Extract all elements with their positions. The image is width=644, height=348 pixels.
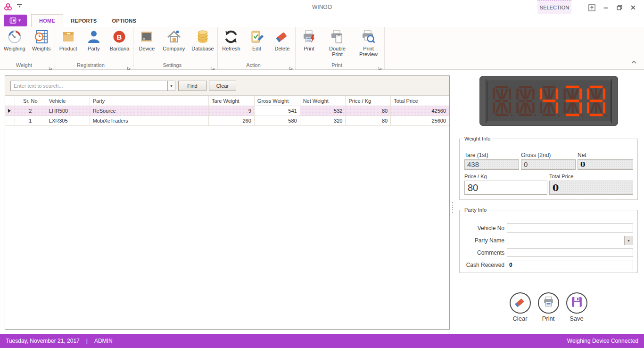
cell-party[interactable]: MobiXeTraders xyxy=(90,116,209,126)
net-label: Net xyxy=(578,152,586,158)
row-indicator-cell xyxy=(5,106,15,116)
ribbon-button-weights[interactable]: Weights xyxy=(31,28,52,52)
column-header-net-weight[interactable]: Net Weight xyxy=(300,96,346,106)
cell-sr_no[interactable]: 2 xyxy=(15,106,46,116)
led-digit xyxy=(491,84,513,118)
comments-input[interactable] xyxy=(507,248,633,257)
cell-vehicle[interactable]: LXR305 xyxy=(46,116,90,126)
find-button[interactable]: Find xyxy=(178,81,206,91)
cell-gross[interactable]: 580 xyxy=(255,116,300,126)
ribbon-button-bardana[interactable]: BBardana xyxy=(109,28,131,52)
ribbon-button-device[interactable]: Device xyxy=(136,28,157,52)
ribbon-button-weighing[interactable]: Weighing xyxy=(3,28,26,52)
cash-received-field[interactable]: 0 xyxy=(507,260,633,270)
form-action-buttons: ClearPrintSave xyxy=(507,292,590,322)
column-header-total-price[interactable]: Total Price xyxy=(391,96,449,106)
party-info-title: Party Info xyxy=(462,207,488,213)
ribbon-group-label: Registration xyxy=(55,62,127,68)
print-button[interactable]: Print xyxy=(535,292,561,322)
search-strip: ▼ Find Clear xyxy=(5,76,449,96)
dialog-launcher-icon[interactable] xyxy=(289,64,294,68)
column-header-party[interactable]: Party xyxy=(90,96,209,106)
dialog-launcher-icon[interactable] xyxy=(49,64,53,68)
ribbon-group-registration: ProductPartyBBardanaRegistration xyxy=(55,27,134,69)
cash-received-label: Cash Received xyxy=(460,262,504,268)
net-field: 0 xyxy=(578,159,633,170)
gross-label: Gross (2nd) xyxy=(521,152,551,158)
vehicle-no-input[interactable] xyxy=(507,224,633,232)
cell-tare[interactable]: 9 xyxy=(209,106,255,116)
gross-field: 0 xyxy=(521,159,576,170)
party-name-dropdown-icon[interactable]: ▼ xyxy=(624,236,633,245)
save-button[interactable]: Save xyxy=(563,292,590,322)
close-icon[interactable] xyxy=(629,3,637,12)
chevron-down-icon: ▼ xyxy=(18,18,22,23)
dialog-launcher-icon[interactable] xyxy=(127,64,132,68)
column-header-sr-no[interactable]: Sr. No xyxy=(15,96,46,106)
ribbon-group-weight: WeighingWeightsWeight xyxy=(0,27,55,69)
clear-button[interactable]: Clear xyxy=(507,292,533,322)
ribbon-button-edit[interactable]: Edit xyxy=(246,28,267,52)
column-header-price-kg[interactable]: Price / Kg xyxy=(346,96,391,106)
cell-vehicle[interactable]: LHR500 xyxy=(46,106,90,116)
column-header-tare-weight[interactable]: Tare Weight xyxy=(209,96,255,106)
app-menu-button[interactable]: ▼ xyxy=(4,15,27,26)
cell-party[interactable]: ReSource xyxy=(90,106,209,116)
ribbon-button-label: Database xyxy=(191,46,214,51)
cell-net[interactable]: 320 xyxy=(300,116,346,126)
led-digit xyxy=(538,84,560,118)
restore-icon[interactable] xyxy=(615,3,624,12)
eraser-icon xyxy=(274,29,289,44)
price-kg-field[interactable]: 80 xyxy=(464,181,547,195)
person-icon xyxy=(86,29,101,44)
search-dropdown-icon[interactable]: ▼ xyxy=(167,81,175,91)
refresh-icon xyxy=(223,29,239,44)
ribbon-button-double-print[interactable]: Double Print xyxy=(324,28,350,58)
cell-price_kg[interactable]: 80 xyxy=(346,106,391,116)
table-row[interactable]: 1LXR305MobiXeTraders2605803208025600 xyxy=(5,116,449,126)
ribbon-button-product[interactable]: Product xyxy=(58,28,79,52)
column-header-vehicle[interactable]: Vehicle xyxy=(46,96,90,106)
minimize-icon[interactable] xyxy=(602,3,610,12)
row-indicator-header xyxy=(5,96,15,106)
pin-window-icon[interactable] xyxy=(587,3,596,12)
cell-net[interactable]: 532 xyxy=(300,106,346,116)
table-row[interactable]: 2LHR500ReSource95415328042560 xyxy=(5,106,449,116)
tab-home[interactable]: HOME xyxy=(31,14,63,27)
tab-options[interactable]: OPTIONS xyxy=(104,14,144,27)
weight-led-display xyxy=(479,76,618,126)
cell-price_kg[interactable]: 80 xyxy=(346,116,391,126)
cell-total[interactable]: 42560 xyxy=(391,106,449,116)
collapse-ribbon-icon[interactable] xyxy=(631,58,638,64)
ribbon-button-delete[interactable]: Delete xyxy=(272,28,292,52)
ribbon-button-party[interactable]: Party xyxy=(83,28,104,52)
ribbon-button-label: Double Print xyxy=(325,46,349,57)
cell-gross[interactable]: 541 xyxy=(255,106,300,116)
list-menu-icon xyxy=(9,17,17,24)
dialog-launcher-icon[interactable] xyxy=(211,64,216,68)
search-input[interactable] xyxy=(11,81,167,91)
box-icon xyxy=(61,29,76,44)
edit-clipboard-icon xyxy=(249,29,264,44)
column-header-gross-weight[interactable]: Gross Weight xyxy=(255,96,300,106)
cell-total[interactable]: 25600 xyxy=(391,116,449,126)
title-bar: ▾ WINGO SELECTION ACTIONS xyxy=(0,0,644,14)
device-screen-icon xyxy=(139,29,154,44)
party-name-combo[interactable]: ▼ xyxy=(507,236,633,245)
ribbon-button-company[interactable]: Company xyxy=(162,28,186,52)
records-grid: Sr. NoVehiclePartyTare WeightGross Weigh… xyxy=(5,96,449,329)
database-icon xyxy=(195,29,210,44)
cell-sr_no[interactable]: 1 xyxy=(15,116,46,126)
ribbon-button-print[interactable]: Print xyxy=(298,28,319,58)
panel-splitter[interactable] xyxy=(450,197,454,218)
clear-search-button[interactable]: Clear xyxy=(209,81,236,91)
svg-text:B: B xyxy=(117,33,122,41)
ribbon-button-database[interactable]: Database xyxy=(190,28,215,52)
tab-reports[interactable]: REPORTS xyxy=(63,14,104,27)
ribbon-button-print-preview[interactable]: Print Preview xyxy=(355,28,381,58)
dialog-launcher-icon[interactable] xyxy=(378,64,383,68)
ribbon-button-refresh[interactable]: Refresh xyxy=(221,28,241,52)
device-status: Weighing Device Connected xyxy=(567,338,638,344)
ribbon-button-label: Product xyxy=(59,46,77,51)
cell-tare[interactable]: 260 xyxy=(209,116,255,126)
